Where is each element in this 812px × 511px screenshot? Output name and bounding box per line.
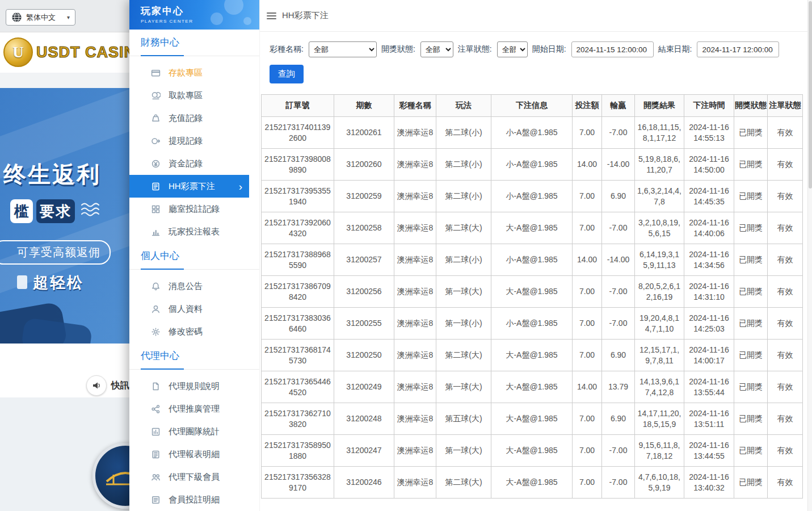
banner-badge-row: 槛 要求 (10, 199, 102, 223)
wave-decoration (81, 202, 102, 220)
banner-badge: 要求 (36, 199, 75, 223)
cell-draw-result: 14,17,11,20,18,5,15,9 (635, 403, 684, 435)
cell-draw-status: 已開獎 (734, 244, 768, 276)
sidebar-item-deposit[interactable]: 存款專區 (129, 61, 249, 84)
cell-draw-status: 已開獎 (734, 181, 768, 212)
table-row: 215217317401139260031200261澳洲幸运8第二球(小)小-… (262, 117, 803, 149)
start-date-input[interactable] (571, 41, 654, 57)
header-dot-decoration (243, 17, 251, 25)
card-icon (151, 68, 161, 78)
cell-play-type: 第二球(小) (436, 117, 491, 149)
sidebar-nav: 財務中心存款專區取款專區充值記錄提現記錄資金記錄HH彩票下注›廳室投註記錄玩家投… (129, 36, 259, 511)
sidebar-item-room-bet-record[interactable]: 廳室投註記錄 (129, 198, 249, 220)
sidebar-item-agent-report-detail[interactable]: 代理報表明細 (129, 443, 249, 466)
cell-lottery-name: 澳洲幸运8 (394, 212, 436, 244)
cell-draw-result: 8,20,5,2,6,12,16,19 (635, 276, 684, 308)
cell-lottery-name: 澳洲幸运8 (394, 467, 436, 499)
users-icon (151, 472, 161, 482)
document-icon (151, 382, 161, 391)
cell-bet-amount: 7.00 (573, 308, 602, 340)
cell-bet-info: 大-A盤@1.985 (491, 435, 573, 467)
bell-icon (151, 282, 161, 291)
cell-bet-amount: 7.00 (573, 467, 602, 499)
sidebar-item-agent-rules[interactable]: 代理規則說明 (129, 375, 249, 397)
sidebar-item-label: 取款專區 (169, 90, 203, 101)
sidebar-item-hh-lottery-bets[interactable]: HH彩票下注› (129, 175, 249, 198)
table-row: 215217317386709842031200256澳洲幸运8第一球(大)大-… (262, 276, 803, 308)
cell-order-status: 有效 (768, 276, 803, 308)
cell-order-status: 有效 (768, 467, 803, 499)
sidebar-item-agent-members[interactable]: 代理下級會員 (129, 466, 249, 488)
sidebar-item-change-password[interactable]: 修改密碼 (129, 320, 249, 343)
sidebar-item-withdrawal-record[interactable]: 提現記錄 (129, 129, 249, 152)
sidebar-item-agent-team-stats[interactable]: 代理團隊統計 (129, 420, 249, 443)
cell-order-status: 有效 (768, 340, 803, 371)
cell-draw-result: 19,20,4,8,14,7,1,10 (635, 308, 684, 340)
coins-icon (151, 91, 161, 100)
table-row: 215217317358950188031200247澳洲幸运8第一球(大)大-… (262, 435, 803, 467)
cell-bet-time: 2024-11-16 14:25:03 (684, 308, 734, 340)
sidebar-header: 玩家中心 PLAYERS CENTER (129, 0, 259, 30)
cell-bet-amount: 14.00 (573, 371, 602, 403)
sidebar-item-recharge-record[interactable]: 充值記錄 (129, 107, 249, 129)
sidebar-item-label: 提現記錄 (169, 136, 203, 146)
stats-icon (151, 427, 161, 437)
col-header-bet-info: 下注信息 (491, 95, 573, 117)
sidebar-item-label: 代理團隊統計 (169, 426, 220, 437)
cell-order-no: 2152173173681745730 (262, 340, 334, 371)
cell-draw-result: 14,13,9,6,17,4,12,8 (635, 371, 684, 403)
cell-order-no: 2152173174011392600 (262, 117, 334, 149)
draw-status-label: 開獎狀態: (381, 44, 415, 55)
end-date-input[interactable] (697, 41, 779, 57)
screen: 繁体中文 ▾ U USDT CASINO 终生返利 槛 要求 可享受高额返佣 (0, 0, 812, 511)
sidebar-item-withdraw[interactable]: 取款專區 (129, 84, 249, 107)
table-row: 215217317356328917031200246澳洲幸运8第二球(大)大-… (262, 467, 803, 499)
col-header-draw-status: 開獎狀態 (734, 95, 768, 117)
casino-logo: U USDT CASINO (3, 37, 148, 67)
start-date-label: 開始日期: (532, 44, 566, 55)
cell-play-type: 第一球(大) (436, 276, 491, 308)
scrollbar-thumb[interactable] (809, 1, 812, 189)
filter-area: 彩種名稱: 全部 開獎狀態: 全部 注單狀態: 全部 開始日期: 結束日期: 查… (260, 32, 812, 83)
col-header-win-loss: 輸贏 (602, 95, 635, 117)
cell-order-status: 有效 (768, 435, 803, 467)
search-button[interactable]: 查詢 (270, 65, 304, 83)
cell-period: 31200247 (334, 435, 394, 467)
col-header-play-type: 玩法 (436, 95, 491, 117)
sidebar-item-messages[interactable]: 消息公告 (129, 275, 249, 298)
draw-status-select[interactable]: 全部 (420, 41, 453, 57)
cell-play-type: 第二球(大) (436, 340, 491, 371)
order-status-select[interactable]: 全部 (497, 41, 528, 57)
sidebar-item-member-bet-detail[interactable]: 會員投註明細 (129, 488, 249, 511)
cell-play-type: 第一球(大) (436, 435, 491, 467)
cell-draw-status: 已開獎 (734, 212, 768, 244)
cell-play-type: 第五球(大) (436, 403, 491, 435)
list-detail-icon (151, 495, 161, 505)
cell-draw-status: 已開獎 (734, 467, 768, 499)
sidebar-item-profile[interactable]: 個人資料 (129, 298, 249, 320)
sidebar-item-player-bet-report[interactable]: 玩家投注報表 (129, 220, 249, 243)
table-row: 215217317383036646031200255澳洲幸运8第一球(小)小-… (262, 308, 803, 340)
sidebar-item-label: 個人資料 (169, 304, 203, 315)
cell-draw-status: 已開獎 (734, 308, 768, 340)
cell-period: 31200249 (334, 371, 394, 403)
cell-play-type: 第二球(小) (436, 149, 491, 181)
cell-win-loss: 6.90 (602, 403, 635, 435)
language-selector[interactable]: 繁体中文 ▾ (6, 9, 75, 26)
sidebar-item-funds-record[interactable]: 資金記錄 (129, 152, 249, 175)
cell-draw-result: 5,19,8,18,6,11,20,7 (635, 149, 684, 181)
cell-bet-amount: 7.00 (573, 117, 602, 149)
lottery-name-select[interactable]: 全部 (309, 41, 377, 57)
cell-lottery-name: 澳洲幸运8 (394, 371, 436, 403)
table-row: 215217317398008989031200260澳洲幸运8第二球(小)小-… (262, 149, 803, 181)
cell-bet-amount: 7.00 (573, 340, 602, 371)
banner-title: 终生返利 (3, 159, 101, 190)
report-icon (151, 450, 161, 459)
cell-lottery-name: 澳洲幸运8 (394, 308, 436, 340)
menu-toggle-icon[interactable] (267, 12, 276, 19)
scrollbar[interactable] (807, 0, 812, 511)
cell-win-loss: -7.00 (602, 467, 635, 499)
sidebar-item-agent-promotion[interactable]: 代理推廣管理 (129, 397, 249, 420)
cell-bet-amount: 7.00 (573, 276, 602, 308)
share-icon (151, 404, 161, 414)
